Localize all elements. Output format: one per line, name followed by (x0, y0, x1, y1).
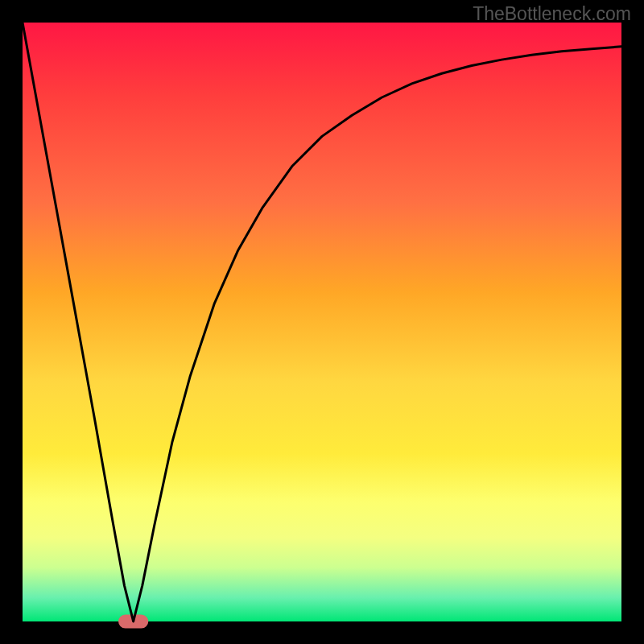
bottleneck-chart (0, 0, 644, 644)
chart-container: TheBottleneck.com (0, 0, 644, 644)
watermark-label: TheBottleneck.com (473, 3, 631, 25)
chart-background (23, 23, 621, 621)
